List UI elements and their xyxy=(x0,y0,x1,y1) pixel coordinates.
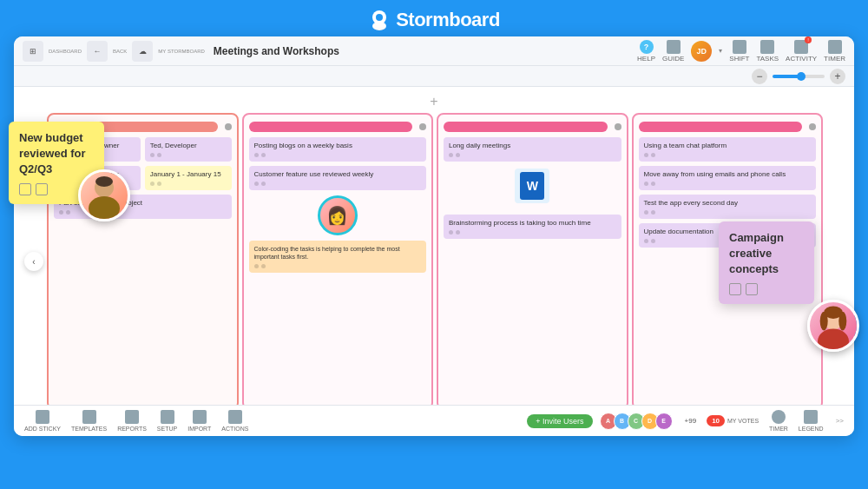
campaign-note-icon-2 xyxy=(746,283,758,295)
bottom-timer-button[interactable]: TIMER xyxy=(769,410,788,432)
back-button[interactable]: ← xyxy=(87,41,108,62)
import-button[interactable]: IMPORT xyxy=(187,410,211,432)
sticky-move-away[interactable]: Move away from using emails and phone ca… xyxy=(639,166,817,190)
templates-button[interactable]: TEMPLATES xyxy=(71,410,107,432)
person-avatar-left-inner xyxy=(81,172,128,219)
add-sticky-label: ADD STICKY xyxy=(24,426,61,432)
tasks-button[interactable]: TASKS xyxy=(756,40,779,63)
add-row-top-button[interactable]: + xyxy=(24,94,844,109)
add-sticky-button[interactable]: ADD STICKY xyxy=(24,410,61,432)
sticky-posting[interactable]: Posting blogs on a weekly basis xyxy=(249,137,427,162)
person-avatar-right xyxy=(807,300,859,352)
activity-label: ACTIVITY xyxy=(786,55,817,63)
shift-button[interactable]: SHIFT xyxy=(729,40,749,63)
help-button[interactable]: ? HELP xyxy=(637,40,655,63)
col1-dot xyxy=(225,123,232,130)
dashboard-label: DASHBOARD xyxy=(49,49,82,54)
sticky-team-chat-text: Using a team chat platform xyxy=(644,142,727,149)
budget-note-icon-1 xyxy=(19,183,31,195)
col2-header xyxy=(249,122,427,132)
guide-button[interactable]: GUIDE xyxy=(662,40,684,63)
my-stormboard-label: MY STORMBOARD xyxy=(158,49,204,54)
zoom-out-button[interactable]: − xyxy=(752,69,767,84)
toolbar-left: ⊞ DASHBOARD ← BACK ☁ MY STORMBOARD Meeti… xyxy=(23,41,339,62)
sticky-colorcoding[interactable]: Color-coding the tasks is helping to com… xyxy=(249,241,427,273)
svg-point-12 xyxy=(838,312,846,331)
sticky-long-meetings[interactable]: Long daily meetings xyxy=(444,137,621,162)
sticky-brainstorming-text: Brainstorming process is taking too much… xyxy=(449,219,591,227)
setup-label: SETUP xyxy=(157,426,177,432)
bottom-bar: ADD STICKY TEMPLATES REPORTS SETUP IMPOR… xyxy=(14,405,854,436)
svg-point-6 xyxy=(95,176,113,187)
word-card: W xyxy=(515,169,549,203)
sticky-ted[interactable]: Ted, Developer xyxy=(145,137,232,162)
sticky-january[interactable]: January 1 - January 15 xyxy=(145,166,232,190)
canvas-toolbar: ⊞ DASHBOARD ← BACK ☁ MY STORMBOARD Meeti… xyxy=(14,36,854,66)
setup-button[interactable]: SETUP xyxy=(157,410,177,432)
avatar-5: E xyxy=(655,413,673,430)
app-header: Stormboard xyxy=(0,0,868,36)
kanban-column-3: Long daily meetings W Brainstorming proc… xyxy=(437,113,628,410)
reports-button[interactable]: REPORTS xyxy=(117,410,147,432)
bottom-timer-icon xyxy=(772,410,786,424)
svg-point-4 xyxy=(89,196,120,219)
svg-point-1 xyxy=(372,22,386,30)
col3-header xyxy=(444,122,621,132)
add-column-button[interactable] xyxy=(826,113,844,410)
avatar-chevron[interactable]: ▾ xyxy=(719,47,722,55)
sticky-team-chat[interactable]: Using a team chat platform xyxy=(639,137,817,162)
legend-icon xyxy=(804,410,818,424)
dashboard-button[interactable]: ⊞ xyxy=(23,41,43,62)
person-left-svg xyxy=(81,172,128,219)
col2-avatar-icon: 👩 xyxy=(326,205,348,226)
back-label: BACK xyxy=(113,49,127,54)
sticky-test-app[interactable]: Test the app every second day xyxy=(639,195,817,219)
zoom-in-button[interactable]: + xyxy=(830,69,845,84)
sticky-test-app-text: Test the app every second day xyxy=(644,199,739,207)
invite-users-button[interactable]: + Invite Users xyxy=(527,414,592,428)
campaign-note-icon-1 xyxy=(729,283,741,295)
logo-icon xyxy=(368,9,391,31)
sticky-ted-text: Ted, Developer xyxy=(150,142,197,149)
legend-button[interactable]: LEGEND xyxy=(799,410,824,432)
sticky-posting-text: Posting blogs on a weekly basis xyxy=(254,142,352,149)
more-users-count: +99 xyxy=(685,417,697,425)
sticky-customer[interactable]: Customer feature use reviewed weekly xyxy=(249,166,427,190)
person-avatar-left xyxy=(78,169,130,221)
sticky-january-text: January 1 - January 15 xyxy=(150,170,221,178)
timer-button[interactable]: TIMER xyxy=(824,40,845,63)
nav-left-button[interactable]: ‹ xyxy=(24,252,43,271)
invite-users-label: + Invite Users xyxy=(536,417,583,426)
word-card-area: W xyxy=(444,169,621,208)
zoom-handle[interactable] xyxy=(797,72,806,81)
collapse-button[interactable]: >> xyxy=(836,417,844,425)
person-avatar-right-inner xyxy=(810,302,857,349)
activity-button[interactable]: ! ACTIVITY xyxy=(786,40,817,63)
user-avatar[interactable]: JD xyxy=(691,41,712,62)
templates-icon xyxy=(82,410,96,424)
budget-note-icon-2 xyxy=(36,183,48,195)
logo: Stormboard xyxy=(368,9,500,31)
add-sticky-icon xyxy=(36,410,49,424)
actions-button[interactable]: ACTIONS xyxy=(221,410,248,432)
sticky-long-meetings-text: Long daily meetings xyxy=(449,142,510,149)
my-stormboard-button[interactable]: ☁ xyxy=(132,41,153,62)
campaign-note-icons xyxy=(729,283,804,295)
templates-label: TEMPLATES xyxy=(71,426,107,432)
sticky-colorcoding-text: Color-coding the tasks is helping to com… xyxy=(254,246,400,260)
zoom-slider[interactable] xyxy=(773,75,825,78)
legend-label: LEGEND xyxy=(799,426,824,432)
budget-note-text: New budget reviewed for Q2/Q3 xyxy=(19,131,86,175)
timer-label: TIMER xyxy=(824,55,845,63)
col2-avatar: 👩 xyxy=(318,195,358,235)
sticky-brainstorming[interactable]: Brainstorming process is taking too much… xyxy=(444,215,621,239)
sticky-move-away-text: Move away from using emails and phone ca… xyxy=(644,170,786,178)
bottom-timer-label: TIMER xyxy=(769,426,788,432)
board-title: Meetings and Workshops xyxy=(214,45,339,57)
reports-label: REPORTS xyxy=(117,426,147,432)
toolbar-right: ? HELP GUIDE JD ▾ SHIFT TASKS ! ACTIV xyxy=(637,40,845,63)
person-right-svg xyxy=(810,300,857,352)
col4-dot xyxy=(809,123,816,130)
campaign-note[interactable]: Campaign creative concepts xyxy=(719,221,814,304)
col2-avatar-area: 👩 xyxy=(249,195,427,235)
